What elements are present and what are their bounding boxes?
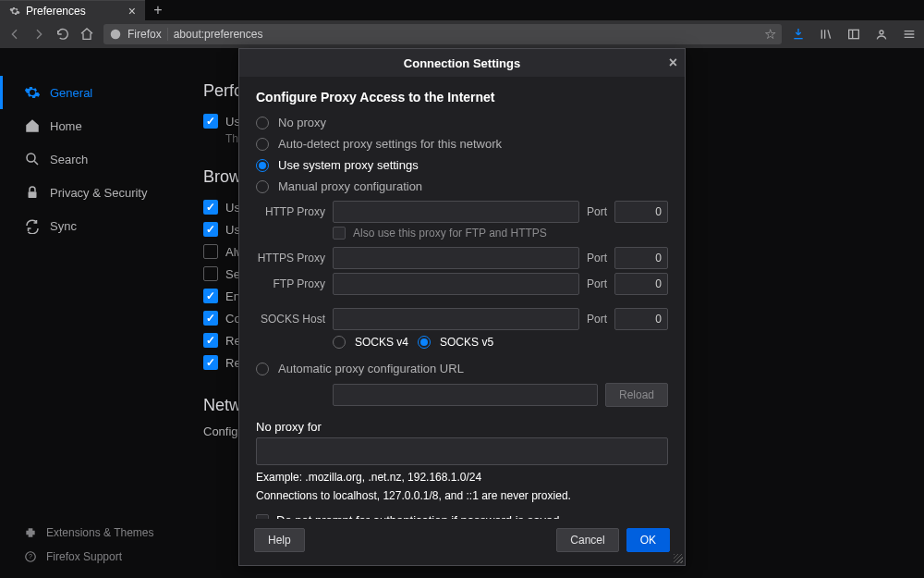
lock-icon (24, 184, 41, 201)
sidebar-bottom: Extensions & Themes ? Firefox Support (0, 521, 176, 569)
socks-port-input[interactable] (614, 308, 668, 330)
sidebar-item-general[interactable]: General (0, 76, 176, 109)
ftp-proxy-label: FTP Proxy (256, 277, 325, 290)
label: Manual proxy configuration (278, 179, 422, 193)
forward-icon[interactable] (31, 27, 46, 42)
no-proxy-for-label: No proxy for (256, 420, 668, 434)
checkbox-icon[interactable] (203, 355, 218, 370)
radio-icon[interactable] (256, 159, 269, 172)
socks-v5-label[interactable]: SOCKS v5 (440, 336, 493, 349)
radio-manual-proxy[interactable]: Manual proxy configuration (256, 176, 668, 197)
ok-button[interactable]: OK (626, 528, 670, 552)
svg-text:?: ? (29, 553, 32, 560)
gear-icon (9, 6, 20, 17)
radio-icon[interactable] (256, 138, 269, 151)
sidebar-item-support[interactable]: ? Firefox Support (0, 545, 176, 569)
sidebar-item-search[interactable]: Search (0, 142, 176, 176)
library-icon[interactable] (819, 27, 833, 42)
http-proxy-input[interactable] (333, 201, 579, 223)
https-port-input[interactable] (614, 247, 668, 269)
reload-icon[interactable] (55, 27, 70, 42)
sidebar-icon[interactable] (846, 27, 861, 42)
no-proxy-for-input[interactable] (256, 437, 668, 465)
radio-auto-detect[interactable]: Auto-detect proxy settings for this netw… (256, 133, 668, 154)
sidebar-item-label: Home (50, 119, 82, 133)
ftp-proxy-input[interactable] (333, 273, 579, 295)
star-icon[interactable]: ☆ (764, 26, 776, 43)
radio-no-proxy[interactable]: No proxy (256, 112, 668, 133)
radio-icon[interactable] (256, 180, 269, 193)
close-icon[interactable]: × (669, 55, 677, 71)
tab-preferences[interactable]: Preferences × (0, 0, 145, 20)
toolbar-right (791, 27, 917, 42)
radio-icon[interactable] (418, 336, 431, 349)
checkbox-icon[interactable] (203, 311, 218, 326)
account-icon[interactable] (874, 27, 889, 42)
port-label: Port (587, 313, 607, 326)
back-icon[interactable] (7, 27, 22, 42)
label: Also use this proxy for FTP and HTTPS (353, 227, 547, 240)
socks-host-input[interactable] (333, 308, 579, 330)
radio-icon[interactable] (256, 117, 269, 129)
https-proxy-row: HTTPS Proxy Port (256, 247, 668, 269)
https-proxy-input[interactable] (333, 247, 579, 269)
sidebar-item-privacy[interactable]: Privacy & Security (0, 176, 176, 209)
checkbox-icon[interactable] (203, 114, 218, 129)
radio-system-proxy[interactable]: Use system proxy settings (256, 154, 668, 176)
cancel-button[interactable]: Cancel (556, 528, 618, 552)
sidebar-item-label: Sync (50, 219, 77, 233)
example-text: Example: .mozilla.org, .net.nz, 192.168.… (256, 471, 668, 484)
url-bar[interactable]: Firefox about:preferences ☆ (103, 24, 782, 44)
radio-icon[interactable] (256, 363, 269, 375)
also-use-row[interactable]: Also use this proxy for FTP and HTTPS (333, 227, 668, 240)
new-tab-button[interactable]: + (145, 0, 171, 20)
sidebar-item-label: Extensions & Themes (46, 526, 154, 539)
ftp-port-input[interactable] (614, 273, 668, 295)
downloads-icon[interactable] (791, 27, 806, 42)
port-label: Port (587, 252, 607, 264)
menu-icon[interactable] (902, 27, 917, 42)
ftp-proxy-row: FTP Proxy Port (256, 273, 668, 295)
checkbox-icon[interactable] (203, 333, 218, 348)
help-icon: ? (24, 550, 37, 563)
socks-version-row: SOCKS v4 SOCKS v5 (333, 336, 668, 349)
http-port-input[interactable] (614, 201, 668, 223)
sidebar-item-label: General (50, 86, 92, 100)
checkbox-icon[interactable] (203, 244, 218, 259)
puzzle-icon (24, 526, 37, 539)
radio-pac-url[interactable]: Automatic proxy configuration URL (256, 358, 668, 379)
radio-icon[interactable] (333, 336, 346, 349)
help-button[interactable]: Help (254, 528, 305, 552)
pac-url-input[interactable] (333, 384, 598, 406)
sidebar-item-sync[interactable]: Sync (0, 209, 176, 242)
svg-rect-1 (849, 30, 859, 38)
socks-v4-label[interactable]: SOCKS v4 (355, 336, 408, 349)
reload-button[interactable]: Reload (605, 383, 668, 407)
checkbox-icon[interactable] (333, 227, 346, 240)
search-icon (24, 151, 41, 167)
chk-auth-row[interactable]: Do not prompt for authentication if pass… (256, 510, 668, 519)
checkbox-icon[interactable] (203, 289, 218, 303)
dialog-titlebar: Connection Settings × (239, 49, 685, 77)
dialog-title: Connection Settings (404, 56, 520, 70)
home-icon[interactable] (79, 27, 94, 42)
svg-rect-4 (29, 191, 37, 198)
localhost-note: Connections to localhost, 127.0.0.1/8, a… (256, 489, 668, 502)
checkbox-icon[interactable] (203, 266, 218, 281)
sidebar-item-home[interactable]: Home (0, 109, 176, 142)
resize-grip[interactable] (672, 552, 683, 563)
sidebar-item-extensions[interactable]: Extensions & Themes (0, 521, 176, 545)
separator (167, 28, 168, 41)
dialog-heading: Configure Proxy Access to the Internet (256, 90, 668, 105)
port-label: Port (587, 205, 607, 218)
navbar: Firefox about:preferences ☆ (0, 20, 924, 48)
tab-strip: Preferences × + (0, 0, 924, 20)
checkbox-icon[interactable] (203, 222, 218, 237)
label: No proxy (278, 116, 326, 129)
svg-point-0 (111, 30, 121, 40)
gear-icon (24, 84, 41, 101)
dialog-footer: Help Cancel OK (239, 519, 685, 565)
close-icon[interactable]: × (128, 4, 136, 18)
checkbox-icon[interactable] (203, 200, 218, 215)
socks-host-row: SOCKS Host Port (256, 308, 668, 330)
